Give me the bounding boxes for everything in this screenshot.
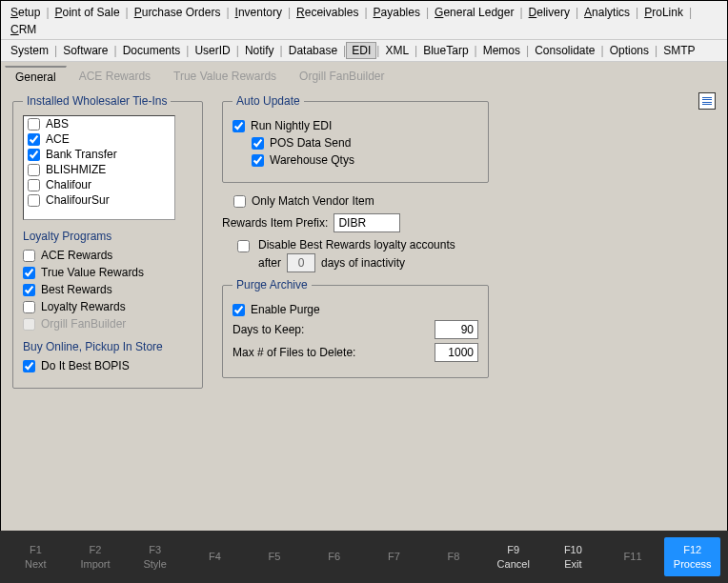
menu-setup[interactable]: Setup (5, 4, 46, 21)
loyalty-header: Loyalty Programs (23, 230, 192, 243)
content-area: Installed Wholesaler Tie-Ins ABSACEBank … (1, 87, 727, 525)
loyalty-checkbox[interactable] (23, 267, 35, 279)
tieins-group: Installed Wholesaler Tie-Ins ABSACEBank … (12, 94, 203, 389)
tab-general[interactable]: General (5, 66, 67, 87)
max-files-row: Max # of Files to Delete: (233, 343, 478, 362)
only-match-label: Only Match Vendor Item (252, 194, 374, 208)
fkey-f2[interactable]: F2Import (68, 537, 124, 576)
tiein-checkbox[interactable] (28, 118, 40, 131)
tab-true-value-rewards[interactable]: True Value Rewards (163, 66, 287, 87)
tab-ace-rewards[interactable]: ACE Rewards (69, 66, 161, 87)
warehouse-checkbox[interactable] (252, 154, 264, 167)
fkey-f11[interactable]: F11 (605, 544, 661, 569)
submenu-notify[interactable]: Notify (239, 42, 280, 59)
run-nightly-checkbox[interactable] (233, 120, 245, 132)
tiein-abs[interactable]: ABS (24, 116, 174, 131)
fkey-f4[interactable]: F4 (187, 544, 243, 569)
only-match-checkbox[interactable] (233, 195, 246, 208)
warehouse-row[interactable]: Warehouse Qtys (252, 153, 478, 167)
tab-orgill-fanbuilder[interactable]: Orgill FanBuilder (289, 66, 394, 87)
submenu-database[interactable]: Database (283, 42, 343, 59)
fkey-f7[interactable]: F7 (366, 544, 422, 569)
menu-point-of-sale[interactable]: Point of Sale (50, 4, 126, 21)
right-column: Auto Update Run Nightly EDI POS Data Sen… (222, 94, 489, 517)
submenu-edi[interactable]: EDI (346, 42, 376, 59)
submenu-memos[interactable]: Memos (477, 42, 526, 59)
fkey-f10[interactable]: F10Exit (545, 537, 601, 576)
loyalty-loyalty-rewards[interactable]: Loyalty Rewards (23, 300, 192, 313)
options-icon[interactable] (698, 92, 716, 110)
enable-purge-checkbox[interactable] (233, 304, 245, 316)
menu-inventory[interactable]: Inventory (230, 4, 288, 21)
submenu-software[interactable]: Software (57, 42, 113, 59)
tiein-checkbox[interactable] (28, 149, 40, 161)
menu-purchase-orders[interactable]: Purchase Orders (129, 4, 227, 21)
max-files-input[interactable] (435, 343, 478, 362)
loyalty-checkbox[interactable] (23, 284, 35, 296)
tieins-listbox[interactable]: ABSACEBank TransferBLISHMIZEChalifourCha… (23, 115, 175, 220)
menu-general-ledger[interactable]: General Ledger (429, 4, 519, 21)
days-keep-input[interactable] (435, 320, 478, 339)
submenu-bluetarp[interactable]: BlueTarp (417, 42, 474, 59)
submenu-consolidate[interactable]: Consolidate (529, 42, 600, 59)
enable-purge-label: Enable Purge (251, 303, 320, 316)
menu-analytics[interactable]: Analytics (578, 4, 636, 21)
menu-receivables[interactable]: Receivables (291, 4, 364, 21)
menu-delivery[interactable]: Delivery (523, 4, 576, 21)
submenu-options[interactable]: Options (604, 42, 655, 59)
left-column: Installed Wholesaler Tie-Ins ABSACEBank … (12, 94, 203, 517)
disable-rewards-days-input[interactable] (287, 253, 315, 272)
fkey-f6[interactable]: F6 (306, 544, 362, 569)
bopis-row[interactable]: Do It Best BOPIS (23, 359, 192, 372)
pos-data-checkbox[interactable] (252, 137, 264, 150)
bopis-checkbox[interactable] (23, 360, 35, 372)
tiein-checkbox[interactable] (28, 194, 40, 207)
tiein-checkbox[interactable] (28, 179, 40, 191)
run-nightly-row[interactable]: Run Nightly EDI (233, 119, 478, 132)
tiein-chalifour[interactable]: Chalifour (24, 177, 174, 192)
loyalty-checkbox[interactable] (23, 301, 35, 313)
fkey-f9[interactable]: F9Cancel (485, 537, 541, 576)
rewards-prefix-input[interactable] (334, 213, 400, 232)
tiein-checkbox[interactable] (28, 164, 40, 176)
loyalty-true-value-rewards[interactable]: True Value Rewards (23, 266, 192, 279)
tiein-blishmize[interactable]: BLISHMIZE (24, 162, 174, 177)
purge-legend: Purge Archive (233, 278, 312, 292)
enable-purge-row[interactable]: Enable Purge (233, 303, 478, 316)
days-keep-row: Days to Keep: (233, 320, 478, 339)
loyalty-best-rewards[interactable]: Best Rewards (23, 283, 192, 296)
sub-menubar: System|Software|Documents|UserID|Notify|… (1, 40, 727, 62)
submenu-xml[interactable]: XML (379, 42, 415, 59)
tieins-legend: Installed Wholesaler Tie-Ins (23, 94, 171, 108)
fkey-f5[interactable]: F5 (247, 544, 303, 569)
menu-payables[interactable]: Payables (368, 4, 426, 21)
loyalty-ace-rewards[interactable]: ACE Rewards (23, 249, 192, 262)
rewards-prefix-label: Rewards Item Prefix: (222, 216, 328, 230)
tiein-ace[interactable]: ACE (24, 131, 174, 147)
fkey-f1[interactable]: F1Next (8, 537, 64, 576)
autoupdate-legend: Auto Update (233, 94, 304, 108)
fkey-f8[interactable]: F8 (426, 544, 482, 569)
submenu-smtp[interactable]: SMTP (657, 42, 700, 59)
submenu-documents[interactable]: Documents (117, 42, 187, 59)
tiein-bank-transfer[interactable]: Bank Transfer (24, 147, 174, 162)
rewards-prefix-row: Rewards Item Prefix: (222, 213, 489, 232)
only-match-row[interactable]: Only Match Vendor Item (233, 194, 489, 208)
pos-data-label: POS Data Send (270, 136, 351, 150)
autoupdate-group: Auto Update Run Nightly EDI POS Data Sen… (222, 94, 489, 183)
tabbar: GeneralACE RewardsTrue Value RewardsOrgi… (1, 62, 727, 87)
tiein-checkbox[interactable] (28, 133, 40, 146)
disable-rewards-text1: Disable Best Rewards loyalty accounts (258, 238, 455, 251)
submenu-system[interactable]: System (5, 42, 54, 59)
bopis-header: Buy Online, Pickup In Store (23, 340, 192, 353)
fkey-f12[interactable]: F12Process (664, 537, 720, 576)
disable-rewards-checkbox[interactable] (237, 240, 250, 252)
loyalty-checkbox[interactable] (23, 250, 35, 262)
submenu-userid[interactable]: UserID (189, 42, 235, 59)
fkey-f3[interactable]: F3Style (127, 537, 183, 576)
pos-data-row[interactable]: POS Data Send (252, 136, 478, 150)
menu-prolink[interactable]: ProLink (638, 4, 689, 21)
tiein-chalifoursur[interactable]: ChalifourSur (24, 192, 174, 208)
menu-crm[interactable]: CRM (5, 21, 42, 38)
max-files-label: Max # of Files to Delete: (233, 346, 355, 359)
